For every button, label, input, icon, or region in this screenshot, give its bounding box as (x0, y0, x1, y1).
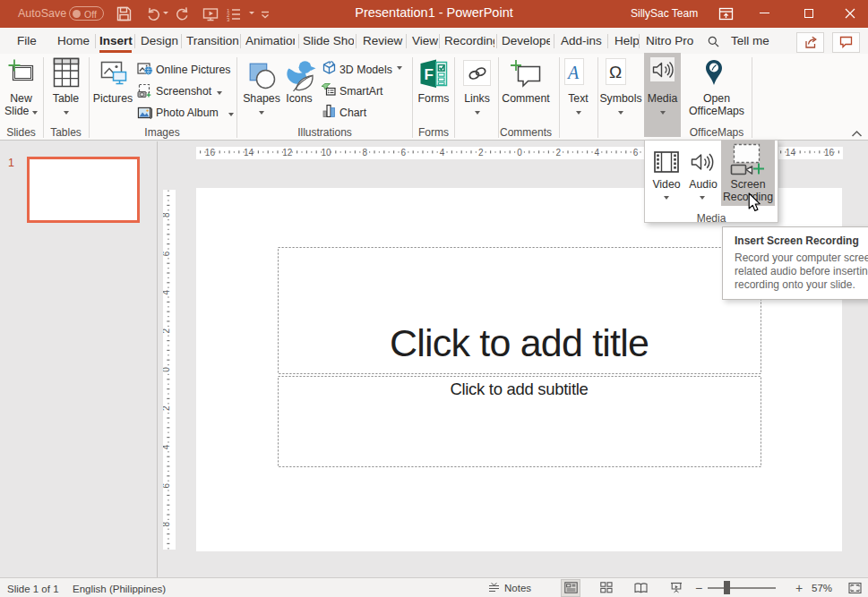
svg-text:8: 8 (163, 212, 171, 217)
svg-text:6: 6 (163, 482, 171, 488)
svg-text:10: 10 (321, 148, 331, 158)
svg-text:14: 14 (786, 148, 796, 158)
svg-text:0: 0 (163, 367, 171, 372)
svg-text:A: A (566, 63, 580, 82)
svg-text:Ω: Ω (609, 63, 622, 81)
svg-text:2: 2 (555, 148, 561, 158)
svg-text:6: 6 (633, 148, 639, 158)
svg-text:6: 6 (401, 148, 407, 158)
svg-text:2: 2 (163, 405, 171, 411)
svg-text:4: 4 (163, 289, 171, 294)
svg-text:6: 6 (163, 251, 171, 256)
svg-text:8: 8 (163, 522, 171, 527)
svg-text:F: F (425, 66, 434, 83)
svg-text:0: 0 (517, 148, 522, 158)
svg-text:4: 4 (163, 444, 171, 449)
svg-text:16: 16 (205, 148, 216, 158)
svg-text:4: 4 (595, 148, 600, 158)
svg-text:16: 16 (824, 148, 835, 158)
svg-text:2: 2 (163, 328, 171, 334)
svg-text:8: 8 (362, 148, 367, 158)
svg-text:4: 4 (440, 148, 445, 158)
svg-text:2: 2 (478, 148, 484, 158)
svg-text:14: 14 (244, 148, 254, 158)
svg-text:12: 12 (282, 148, 293, 158)
